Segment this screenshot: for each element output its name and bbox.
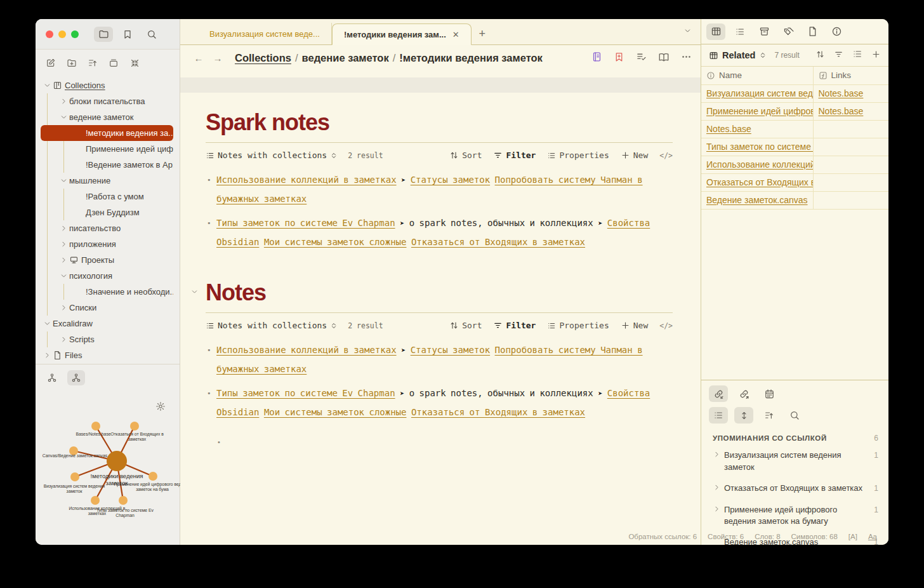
tree-chevron[interactable] bbox=[58, 256, 69, 264]
tab-list-chevron-icon[interactable] bbox=[683, 26, 692, 37]
forward-button[interactable]: → bbox=[211, 53, 225, 63]
outgoing-links-tab[interactable] bbox=[734, 385, 753, 402]
collapse-all-button[interactable] bbox=[127, 55, 142, 70]
note-link[interactable]: Notes.base bbox=[706, 124, 751, 134]
tree-chevron[interactable] bbox=[58, 177, 69, 185]
new-tab-button[interactable]: + bbox=[472, 23, 493, 44]
heading-collapse-button[interactable] bbox=[190, 287, 199, 298]
notebook-button[interactable] bbox=[591, 51, 602, 65]
note-link[interactable]: Визуализация систем ведения заметок bbox=[706, 88, 813, 98]
note-link[interactable]: Notes.base bbox=[819, 106, 864, 116]
reading-view-button[interactable] bbox=[658, 51, 670, 65]
note-link[interactable]: Типы заметок по системе Ev Chapman bbox=[706, 142, 813, 152]
local-graph-button[interactable] bbox=[67, 370, 85, 385]
graph-node[interactable] bbox=[148, 472, 157, 481]
new-button[interactable]: New bbox=[621, 321, 648, 330]
note-link[interactable]: Применение идей цифрового ведения замето… bbox=[706, 106, 813, 116]
more-options-button[interactable] bbox=[681, 51, 692, 65]
related-properties-button[interactable] bbox=[852, 49, 862, 62]
tree-item[interactable]: !Ведение заметок в Ар... bbox=[41, 157, 173, 173]
backlink-chevron[interactable] bbox=[713, 504, 724, 528]
backlinks-sort-button[interactable] bbox=[760, 407, 779, 424]
tree-item[interactable]: Применение идей циф... bbox=[41, 141, 173, 157]
breadcrumb-root[interactable]: Collections bbox=[235, 52, 291, 63]
code-view-button[interactable]: </> bbox=[659, 321, 673, 330]
note-link[interactable]: Отказаться от Входящих в заметках bbox=[411, 237, 585, 247]
backlinks-tab[interactable] bbox=[709, 385, 728, 402]
backlink-chevron[interactable] bbox=[713, 483, 724, 495]
archive-tab[interactable] bbox=[755, 23, 774, 40]
graph-node[interactable] bbox=[119, 496, 128, 505]
tree-item[interactable]: !методики ведения за... bbox=[41, 125, 173, 141]
tree-item[interactable]: ведение заметок bbox=[41, 109, 173, 125]
note-link[interactable]: Статусы заметок bbox=[411, 345, 490, 355]
sort-order-button[interactable] bbox=[85, 55, 100, 70]
backlink-item[interactable]: Применение идей цифрового ведения замето… bbox=[701, 500, 888, 533]
new-button[interactable]: New bbox=[621, 150, 648, 160]
note-link[interactable]: Notes.base bbox=[819, 88, 864, 98]
tab-visualization[interactable]: Визуализация систем веде... bbox=[198, 23, 332, 44]
bookmark-add-button[interactable] bbox=[614, 51, 624, 65]
tree-chevron[interactable] bbox=[58, 272, 69, 280]
backlinks-search-button[interactable] bbox=[785, 407, 804, 424]
breadcrumb-folder[interactable]: ведение заметок bbox=[302, 52, 389, 63]
base-view-tab[interactable] bbox=[706, 23, 725, 40]
search-ribbon-button[interactable] bbox=[142, 27, 161, 42]
note-link[interactable]: Мои системы заметок сложные bbox=[264, 237, 407, 247]
graph-center-node[interactable] bbox=[107, 451, 127, 471]
query-source-button[interactable]: Notes with collections bbox=[206, 321, 338, 330]
tree-chevron[interactable] bbox=[42, 319, 53, 328]
note-link[interactable]: Использование коллекций в заметках bbox=[706, 159, 813, 170]
properties-button[interactable]: Properties bbox=[547, 321, 609, 330]
graph-node[interactable] bbox=[130, 422, 139, 431]
tree-chevron[interactable] bbox=[42, 81, 53, 90]
tree-item[interactable]: блоки писательства bbox=[41, 93, 173, 109]
tree-item[interactable]: !Работа с умом bbox=[41, 189, 173, 204]
tree-item[interactable]: писательство bbox=[41, 220, 173, 236]
tree-item[interactable]: приложения bbox=[41, 236, 173, 252]
tree-item[interactable]: Scripts bbox=[41, 331, 173, 347]
tree-item[interactable]: Collections bbox=[41, 77, 173, 93]
column-header-name[interactable]: Name bbox=[701, 67, 813, 84]
close-window-button[interactable] bbox=[46, 30, 53, 38]
note-link[interactable]: Использование коллекций в заметках bbox=[216, 345, 397, 355]
related-filter-button[interactable] bbox=[834, 50, 843, 62]
tree-chevron[interactable] bbox=[58, 240, 69, 248]
tree-item[interactable]: Проекты bbox=[41, 252, 173, 268]
note-link[interactable]: Мои системы заметок сложные bbox=[264, 407, 407, 417]
properties-band[interactable] bbox=[180, 77, 701, 93]
filter-button[interactable]: Filter bbox=[493, 321, 536, 330]
note-link[interactable]: Использование коллекций в заметках bbox=[216, 175, 397, 185]
tree-item[interactable]: Дзен Буддизм bbox=[41, 204, 173, 220]
backlink-item[interactable]: Отказаться от Входящих в заметках 1 bbox=[701, 478, 888, 500]
tree-item[interactable]: психология bbox=[41, 268, 173, 284]
graph-view-button[interactable] bbox=[43, 370, 61, 385]
zoom-window-button[interactable] bbox=[71, 30, 79, 38]
tree-item[interactable]: Files bbox=[41, 347, 173, 363]
list-view-tab[interactable] bbox=[730, 23, 749, 40]
note-link[interactable]: Отказаться от Входящих в заметках bbox=[706, 177, 813, 187]
graph-node[interactable] bbox=[91, 422, 100, 431]
tree-item[interactable]: мышление bbox=[41, 173, 173, 189]
minimize-window-button[interactable] bbox=[58, 30, 66, 38]
card-layout-button[interactable] bbox=[106, 55, 121, 70]
sort-button[interactable]: Sort bbox=[449, 150, 482, 160]
graph-node[interactable] bbox=[91, 496, 100, 505]
related-view-title[interactable]: Related bbox=[722, 50, 755, 60]
new-folder-button[interactable] bbox=[64, 55, 79, 70]
new-note-button[interactable] bbox=[43, 55, 58, 70]
graph-canvas[interactable]: Bases/Notes.baseОтказаться от Входящих в… bbox=[36, 390, 180, 545]
backlinks-list-button[interactable] bbox=[709, 407, 728, 424]
tree-chevron[interactable] bbox=[58, 97, 69, 105]
note-link[interactable]: Типы заметок по системе Ev Chapman bbox=[216, 388, 395, 398]
note-link[interactable]: Ведение заметок.canvas bbox=[706, 195, 808, 205]
backlink-item[interactable]: Визуализация систем ведения заметок 1 bbox=[701, 445, 888, 478]
tree-chevron[interactable] bbox=[42, 351, 53, 359]
tree-chevron[interactable] bbox=[58, 304, 69, 312]
bookmarks-ribbon-button[interactable] bbox=[118, 27, 137, 42]
sort-button[interactable]: Sort bbox=[449, 321, 482, 330]
query-source-button[interactable]: Notes with collections bbox=[206, 150, 338, 160]
tree-chevron[interactable] bbox=[58, 113, 69, 121]
file-tab[interactable] bbox=[803, 23, 822, 40]
note-link[interactable]: Типы заметок по системе Ev Chapman bbox=[216, 218, 395, 228]
